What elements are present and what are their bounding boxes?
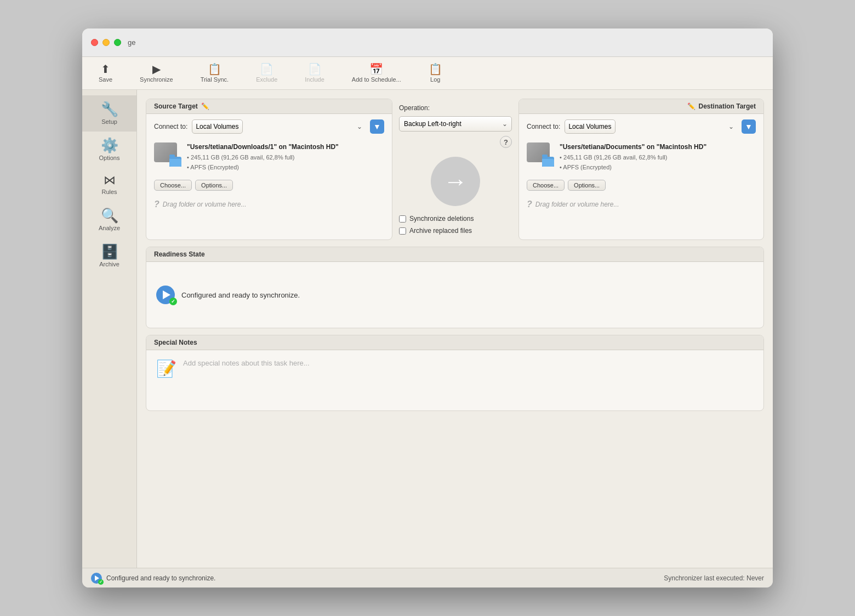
- source-edit-icon[interactable]: ✏️: [201, 102, 209, 110]
- source-connect-row: Connect to: Local Volumes ▼: [146, 114, 392, 137]
- source-drag-zone: ? Drag folder or volume here...: [146, 193, 392, 216]
- source-connect-select[interactable]: Local Volumes: [192, 119, 243, 134]
- include-button[interactable]: 📄 Include: [299, 61, 329, 85]
- readiness-icon: ✓: [156, 286, 175, 304]
- destination-target-header: ✏️ Destination Target: [519, 99, 763, 114]
- save-button[interactable]: ⬆ Save: [93, 61, 118, 85]
- sync-targets-row: Source Target ✏️ Connect to: Local Volum…: [146, 99, 764, 240]
- statusbar: ✓ Configured and ready to synchronize. S…: [82, 568, 773, 588]
- traffic-lights: [91, 39, 121, 46]
- last-executed-label: Synchronizer last executed: Never: [664, 574, 764, 582]
- dest-choose-button[interactable]: Choose...: [527, 180, 565, 191]
- dest-volume-item: "Users/tetiana/Documents" on "Macintosh …: [519, 137, 763, 178]
- operation-help-button[interactable]: ?: [500, 136, 512, 148]
- source-target-header: Source Target ✏️: [146, 99, 392, 114]
- dest-volume-icon: [527, 142, 554, 167]
- archive-replaced-checkbox[interactable]: [399, 227, 406, 235]
- dest-folder-overlay: [542, 157, 554, 167]
- titlebar: ge: [82, 28, 773, 57]
- archive-replaced-label[interactable]: Archive replaced files: [409, 227, 472, 235]
- destination-target-panel: ✏️ Destination Target Connect to: Local …: [518, 99, 764, 240]
- source-connect-arrow-btn[interactable]: ▼: [370, 119, 384, 134]
- synchronize-label: Synchronize: [140, 76, 173, 83]
- fullscreen-button[interactable]: [114, 39, 121, 46]
- sidebar-item-rules[interactable]: ⋈ Rules: [82, 168, 136, 202]
- dest-connect-select-wrapper: Local Volumes: [565, 119, 737, 134]
- status-message: Configured and ready to synchronize.: [106, 574, 215, 582]
- close-button[interactable]: [91, 39, 98, 46]
- log-icon: 📋: [429, 64, 442, 75]
- dest-drag-placeholder: Drag folder or volume here...: [535, 201, 619, 208]
- dest-volume-actions: Choose... Options...: [519, 178, 763, 193]
- readiness-title: Readiness State: [154, 250, 205, 258]
- readiness-header: Readiness State: [146, 247, 763, 262]
- dest-edit-icon[interactable]: ✏️: [687, 102, 696, 110]
- dest-volume-detail2: • APFS (Encrypted): [560, 163, 756, 172]
- dest-options-button[interactable]: Options...: [568, 180, 606, 191]
- source-volume-info: "Users/tetiana/Downloads/1" on "Macintos…: [187, 142, 384, 172]
- options-icon: ⚙️: [101, 138, 118, 152]
- add-schedule-button[interactable]: 📅 Add to Schedule...: [346, 61, 407, 85]
- dest-drag-zone: ? Drag folder or volume here...: [519, 193, 763, 216]
- sidebar-item-setup[interactable]: 🔧 Setup: [82, 95, 136, 132]
- status-right: Synchronizer last executed: Never: [664, 574, 764, 582]
- source-folder-overlay: [169, 157, 181, 167]
- source-volume-name: "Users/tetiana/Downloads/1" on "Macintos…: [187, 142, 384, 152]
- sync-deletions-checkbox[interactable]: [399, 215, 406, 223]
- dest-volume-name: "Users/tetiana/Documents" on "Macintosh …: [560, 142, 756, 152]
- arrow-circle: →: [431, 157, 480, 206]
- dest-volume-detail1: • 245,11 GB (91,26 GB avail, 62,8% full): [560, 153, 756, 162]
- special-notes-header: Special Notes: [146, 335, 763, 350]
- exclude-button[interactable]: 📄 Exclude: [250, 61, 283, 85]
- source-volume-detail1: • 245,11 GB (91,26 GB avail, 62,8% full): [187, 153, 384, 162]
- notes-content: 📝 Add special notes about this task here…: [146, 350, 763, 410]
- dest-connect-arrow-btn[interactable]: ▼: [742, 119, 756, 134]
- notes-icon: 📝: [156, 359, 176, 378]
- status-check-badge: ✓: [98, 579, 104, 585]
- sync-deletions-row: Synchronize deletions: [399, 215, 474, 223]
- destination-outer: ✏️ Destination Target Connect to: Local …: [518, 99, 764, 240]
- source-options-button[interactable]: Options...: [195, 180, 233, 191]
- sidebar-item-analyze[interactable]: 🔍 Analyze: [82, 202, 136, 238]
- save-icon: ⬆: [101, 64, 110, 75]
- toolbar: ⬆ Save ▶ Synchronize 📋 Trial Sync. 📄 Exc…: [82, 57, 773, 90]
- source-connect-select-wrapper: Local Volumes: [192, 119, 366, 134]
- dest-question-mark: ?: [527, 199, 532, 209]
- dest-connect-select[interactable]: Local Volumes: [565, 119, 615, 134]
- sidebar-options-label: Options: [99, 155, 120, 161]
- archive-replaced-row: Archive replaced files: [399, 227, 472, 235]
- source-volume-actions: Choose... Options...: [146, 178, 392, 193]
- include-icon: 📄: [308, 64, 322, 75]
- readiness-panel: Readiness State ✓ Configured and ready t…: [146, 247, 764, 328]
- sidebar-archive-label: Archive: [99, 261, 119, 267]
- minimize-button[interactable]: [102, 39, 110, 46]
- main-window: ge ⬆ Save ▶ Synchronize 📋 Trial Sync. 📄 …: [82, 28, 773, 588]
- dest-volume-info: "Users/tetiana/Documents" on "Macintosh …: [560, 142, 756, 172]
- source-drag-placeholder: Drag folder or volume here...: [163, 201, 247, 208]
- synchronize-icon: ▶: [152, 64, 161, 75]
- sidebar-rules-label: Rules: [101, 189, 117, 195]
- sidebar-item-options[interactable]: ⚙️ Options: [82, 132, 136, 168]
- status-play-icon: ✓: [91, 573, 102, 584]
- destination-target-title: Destination Target: [699, 102, 756, 110]
- synchronize-button[interactable]: ▶ Synchronize: [134, 61, 179, 85]
- exclude-label: Exclude: [256, 76, 277, 83]
- dest-connect-row: Connect to: Local Volumes ▼: [519, 114, 763, 137]
- sync-deletions-label[interactable]: Synchronize deletions: [409, 215, 474, 223]
- operation-panel: Operation: Backup Left-to-right ? → Sync…: [392, 99, 518, 240]
- status-left: ✓ Configured and ready to synchronize.: [91, 573, 215, 584]
- exclude-icon: 📄: [260, 64, 273, 75]
- log-button[interactable]: 📋 Log: [423, 61, 448, 85]
- trial-sync-button[interactable]: 📋 Trial Sync.: [195, 61, 235, 85]
- operation-label: Operation:: [399, 104, 430, 112]
- sidebar-item-archive[interactable]: 🗄️ Archive: [82, 238, 136, 274]
- readiness-content: ✓ Configured and ready to synchronize.: [146, 262, 763, 328]
- source-choose-button[interactable]: Choose...: [154, 180, 192, 191]
- dest-connect-label: Connect to:: [527, 123, 560, 130]
- notes-placeholder[interactable]: Add special notes about this task here..…: [183, 359, 310, 367]
- operation-select[interactable]: Backup Left-to-right: [399, 116, 512, 132]
- analyze-icon: 🔍: [101, 208, 118, 223]
- source-target-title: Source Target: [154, 102, 198, 110]
- save-label: Save: [99, 76, 112, 83]
- source-question-mark: ?: [154, 199, 159, 209]
